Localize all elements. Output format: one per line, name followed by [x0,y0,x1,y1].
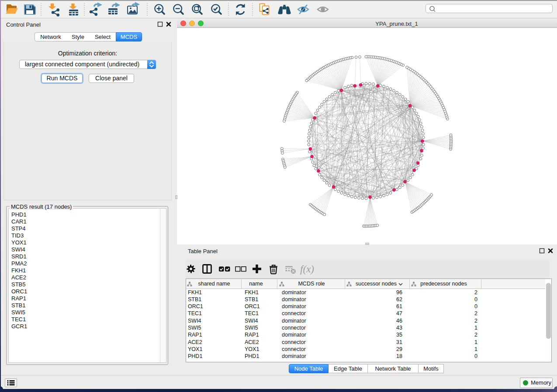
svg-text:f(x): f(x) [300,264,314,275]
